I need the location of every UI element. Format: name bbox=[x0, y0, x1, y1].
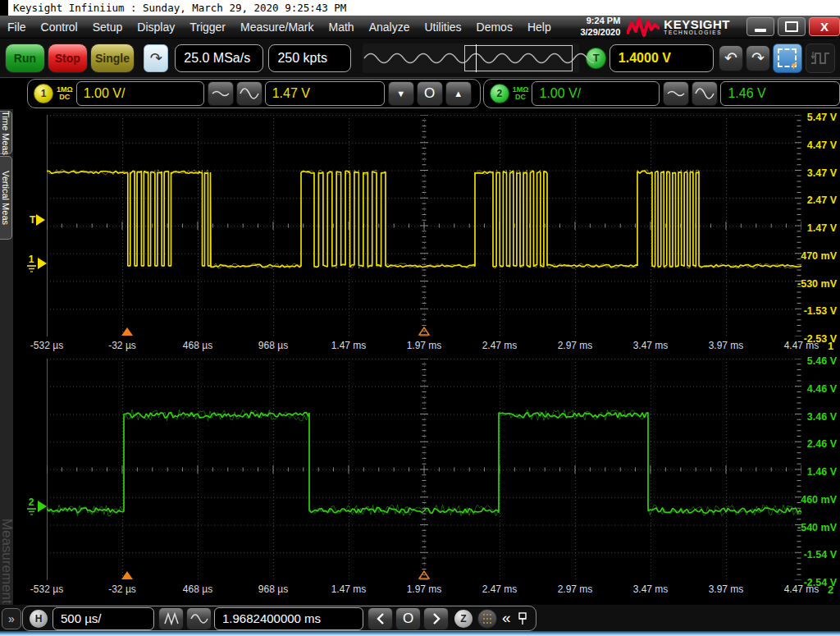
stop-button[interactable]: Stop bbox=[48, 43, 88, 73]
channel-2-coupling[interactable]: 1MΩ DC bbox=[513, 86, 529, 102]
x-axis-tick-label: -32 µs bbox=[108, 583, 136, 595]
menu-item-setup[interactable]: Setup bbox=[85, 21, 130, 34]
channel-1-scale-field[interactable]: 1.00 V/ bbox=[76, 81, 204, 106]
menu-item-measure-mark[interactable]: Measure/Mark bbox=[233, 21, 321, 34]
channel-2-ground-marker[interactable]: 2 bbox=[26, 496, 47, 515]
x-axis-tick-label: 1.97 ms bbox=[407, 583, 442, 595]
horizontal-bar: » H 500 µs/ 1.9682400000 ms O Z bbox=[0, 605, 840, 631]
channel-2-plot[interactable] bbox=[47, 359, 801, 580]
small-wave-icon bbox=[212, 89, 230, 98]
x-axis-tick-label: 2.97 ms bbox=[558, 340, 593, 351]
menu-item-display[interactable]: Display bbox=[130, 21, 182, 34]
x-axis-tick-label: 968 µs bbox=[258, 583, 288, 595]
compressed-wave-icon bbox=[163, 612, 180, 625]
y-axis-tick-label: 1.46 V bbox=[807, 466, 837, 478]
scope-display-area: 1 -532 µs-32 µs468 µs968 µs1.47 ms1.97 m… bbox=[13, 109, 840, 605]
channel-2-group: 2 1MΩ DC 1.00 V/ 1.46 V ▼ O ▲ + « bbox=[483, 79, 840, 108]
position-zero-button[interactable]: O bbox=[395, 607, 421, 630]
preview-window-rect[interactable] bbox=[464, 45, 573, 71]
horizontal-controls-group: H 500 µs/ 1.9682400000 ms O Z « bbox=[22, 606, 536, 631]
acquisition-preview[interactable] bbox=[363, 43, 579, 73]
channel-2-offset-field[interactable]: 1.46 V bbox=[720, 81, 840, 106]
sample-rate-field[interactable]: 25.0 MSa/s bbox=[175, 44, 263, 72]
channel-2-badge[interactable]: 2 bbox=[490, 84, 509, 103]
run-button[interactable]: Run bbox=[5, 43, 45, 73]
menu-item-control[interactable]: Control bbox=[34, 21, 85, 34]
menu-item-utilities[interactable]: Utilities bbox=[417, 21, 468, 34]
menu-item-trigger[interactable]: Trigger bbox=[182, 21, 233, 34]
title-corner-mark bbox=[0, 0, 8, 16]
channel-2-scale-down-button[interactable] bbox=[663, 81, 689, 106]
channel-1-scale-down-button[interactable] bbox=[208, 81, 234, 106]
menu-item-file[interactable]: File bbox=[0, 21, 34, 34]
cursor-icon bbox=[792, 62, 799, 70]
time-scale-field[interactable]: 500 µs/ bbox=[52, 607, 154, 630]
clock-date: 3/29/2020 bbox=[580, 27, 620, 38]
clock[interactable]: 9:24 PM 3/29/2020 bbox=[580, 16, 620, 37]
tab-vertical-meas[interactable]: Vertical Meas bbox=[0, 156, 12, 240]
minimize-button[interactable] bbox=[746, 17, 774, 36]
trigger-level-marker[interactable]: T bbox=[30, 214, 45, 226]
channel-1-offset-field[interactable]: 1.47 V bbox=[265, 81, 385, 106]
time-scale-zoom-in-button[interactable] bbox=[158, 607, 184, 630]
redo-button[interactable]: ↷ bbox=[746, 45, 770, 71]
menu-item-math[interactable]: Math bbox=[322, 21, 362, 34]
zoom-badge[interactable]: Z bbox=[454, 610, 472, 628]
menu-item-analyze[interactable]: Analyze bbox=[362, 21, 418, 34]
tab-time-meas[interactable]: Time Meas bbox=[0, 111, 12, 154]
memory-depth-field[interactable]: 250 kpts bbox=[268, 44, 351, 72]
close-button[interactable]: X bbox=[809, 17, 840, 36]
channel-1-badge[interactable]: 1 bbox=[34, 84, 53, 103]
position-left-button[interactable] bbox=[368, 607, 393, 630]
trigger-marker-icon bbox=[36, 214, 45, 226]
pin-icon[interactable] bbox=[518, 612, 527, 625]
y-axis-tick-label: 470 mV bbox=[801, 250, 837, 262]
horizontal-badge[interactable]: H bbox=[30, 610, 48, 628]
menu-item-demos[interactable]: Demos bbox=[469, 21, 520, 34]
clear-display-button[interactable]: ↷ bbox=[144, 44, 168, 72]
channel-1-group: 1 1MΩ DC 1.00 V/ 1.47 V ▼ O ▲ bbox=[27, 79, 481, 108]
waveform-arrows-icon bbox=[810, 48, 831, 68]
chevron-left-icon bbox=[377, 613, 385, 625]
expand-panel-button[interactable]: » bbox=[2, 608, 21, 629]
time-scale-zoom-out-button[interactable] bbox=[186, 607, 212, 630]
y-axis-tick-label: 4.46 V bbox=[807, 383, 837, 395]
small-wave-icon bbox=[667, 89, 685, 98]
channel-1-ground-marker[interactable]: 1 bbox=[26, 254, 47, 272]
waveform-tools-button[interactable] bbox=[806, 43, 835, 73]
y-axis-tick-label: -1.53 V bbox=[804, 305, 837, 317]
y-axis-tick-label: -2.53 V bbox=[804, 333, 837, 345]
channel-1-offset-zero-button[interactable]: O bbox=[417, 81, 443, 106]
grid-dots-button[interactable] bbox=[477, 609, 497, 629]
channel-bar: 1 1MΩ DC 1.00 V/ 1.47 V ▼ O ▲ 2 1MΩ DC 1… bbox=[0, 78, 840, 109]
collapse-chevron-icon[interactable]: « bbox=[502, 609, 511, 627]
y-axis-labels-bottom: 5.46 V4.46 V3.46 V2.46 V1.46 V460 mV-540… bbox=[802, 359, 838, 580]
channel-2-scale-field[interactable]: 1.00 V/ bbox=[532, 81, 660, 106]
horizontal-position-field[interactable]: 1.9682400000 ms bbox=[214, 607, 363, 630]
y-axis-labels-top: 5.47 V4.47 V3.47 V2.47 V1.47 V470 mV-530… bbox=[802, 115, 838, 336]
large-wave-icon bbox=[240, 85, 259, 102]
undo-button[interactable]: ↶ bbox=[719, 45, 743, 71]
x-axis-tick-label: 2.47 ms bbox=[482, 583, 518, 595]
channel-1-offset-down-button[interactable]: ▼ bbox=[388, 81, 414, 106]
x-axis-tick-label: -532 µs bbox=[30, 583, 63, 595]
restore-icon bbox=[785, 21, 798, 32]
y-axis-tick-label: 3.47 V bbox=[807, 167, 837, 179]
brand-name: KEYSIGHT bbox=[664, 18, 730, 30]
clear-display-icon: ↷ bbox=[150, 49, 162, 67]
channel-1-offset-up-button[interactable]: ▲ bbox=[445, 81, 472, 106]
channel-1-plot[interactable] bbox=[47, 115, 801, 336]
x-axis-tick-label: 3.97 ms bbox=[709, 583, 744, 595]
channel-2-scale-up-button[interactable] bbox=[692, 81, 718, 106]
channel-1-scale-up-button[interactable] bbox=[236, 81, 262, 106]
channel-1-coupling[interactable]: 1MΩ DC bbox=[57, 86, 73, 102]
single-button[interactable]: Single bbox=[90, 43, 135, 73]
trigger-level-field[interactable]: 1.4000 V bbox=[609, 44, 714, 72]
menu-item-help[interactable]: Help bbox=[520, 21, 559, 34]
y-axis-tick-label: 4.47 V bbox=[807, 140, 837, 151]
zoom-select-button[interactable] bbox=[773, 43, 802, 73]
x-axis-labels-top: 1 -532 µs-32 µs468 µs968 µs1.47 ms1.97 m… bbox=[47, 340, 801, 353]
position-right-button[interactable] bbox=[423, 607, 449, 630]
restore-button[interactable] bbox=[778, 17, 806, 36]
ground-icon bbox=[26, 265, 37, 272]
